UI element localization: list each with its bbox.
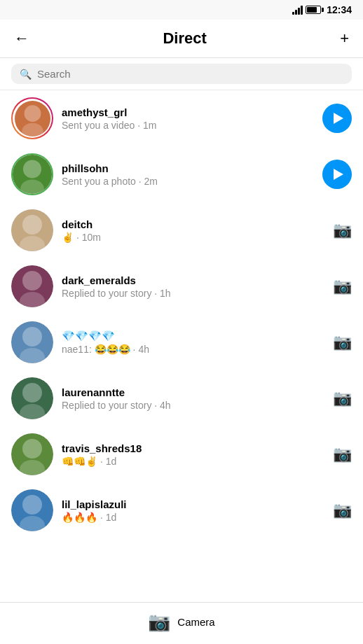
list-item[interactable]: amethyst_grlSent you a video · 1m bbox=[0, 90, 363, 146]
svg-point-2 bbox=[23, 160, 41, 178]
avatar bbox=[11, 153, 53, 195]
svg-point-0 bbox=[24, 105, 41, 122]
camera-button[interactable]: 📷 bbox=[333, 333, 352, 351]
camera-icon: 📷 bbox=[333, 333, 352, 351]
camera-button[interactable]: 📷 bbox=[333, 277, 352, 295]
avatar bbox=[11, 97, 53, 139]
play-button[interactable] bbox=[322, 104, 352, 133]
search-input[interactable] bbox=[37, 68, 343, 80]
message-content: laurenanntteReplied to your story · 4h bbox=[62, 386, 324, 411]
list-item[interactable]: 💎💎💎💎nae11: 😂😂😂 · 4h📷 bbox=[0, 314, 363, 370]
message-username: amethyst_grl bbox=[62, 106, 314, 118]
svg-point-1 bbox=[22, 123, 43, 136]
svg-point-3 bbox=[20, 179, 44, 194]
avatar bbox=[11, 489, 53, 531]
search-input-wrap: 🔍 bbox=[11, 64, 352, 84]
search-icon: 🔍 bbox=[20, 69, 32, 80]
svg-point-14 bbox=[22, 495, 42, 514]
play-icon bbox=[334, 113, 343, 124]
svg-point-6 bbox=[22, 271, 42, 290]
message-content: amethyst_grlSent you a video · 1m bbox=[62, 106, 314, 131]
svg-point-8 bbox=[22, 327, 42, 346]
status-bar: 12:34 bbox=[0, 0, 363, 20]
message-preview: ✌️ · 10m bbox=[62, 232, 324, 243]
camera-button[interactable]: 📷 bbox=[333, 221, 352, 239]
status-time: 12:34 bbox=[327, 4, 352, 15]
page-title: Direct bbox=[163, 29, 206, 48]
list-item[interactable]: lil_lapislazuli🔥🔥🔥 · 1d📷 bbox=[0, 482, 363, 538]
message-content: deitch✌️ · 10m bbox=[62, 218, 324, 243]
camera-icon: 📷 bbox=[333, 501, 352, 519]
camera-label: Camera bbox=[177, 616, 214, 628]
message-list: amethyst_grlSent you a video · 1mphillso… bbox=[0, 90, 363, 538]
message-content: lil_lapislazuli🔥🔥🔥 · 1d bbox=[62, 498, 324, 523]
message-content: dark_emeraldsReplied to your story · 1h bbox=[62, 274, 324, 299]
message-content: travis_shreds18👊👊✌️ · 1d bbox=[62, 442, 324, 467]
status-icons: 12:34 bbox=[292, 4, 352, 15]
battery-icon bbox=[306, 6, 324, 14]
svg-point-13 bbox=[20, 460, 45, 475]
camera-icon: 📷 bbox=[333, 277, 352, 295]
search-bar: 🔍 bbox=[0, 58, 363, 90]
camera-button[interactable]: 📷 bbox=[333, 445, 352, 463]
avatar bbox=[11, 265, 53, 307]
message-username: laurenanntte bbox=[62, 386, 324, 398]
message-preview: Sent you a photo · 2m bbox=[62, 176, 314, 187]
message-username: dark_emeralds bbox=[62, 274, 324, 286]
message-preview: 🔥🔥🔥 · 1d bbox=[62, 512, 324, 523]
camera-button[interactable]: 📷 bbox=[333, 389, 352, 407]
list-item[interactable]: laurenanntteReplied to your story · 4h📷 bbox=[0, 370, 363, 426]
svg-point-5 bbox=[20, 236, 45, 251]
message-content: phillsohnSent you a photo · 2m bbox=[62, 162, 314, 187]
message-content: 💎💎💎💎nae11: 😂😂😂 · 4h bbox=[62, 330, 324, 355]
camera-button[interactable]: 📷 bbox=[333, 501, 352, 519]
camera-icon: 📷 bbox=[333, 389, 352, 407]
avatar bbox=[11, 321, 53, 363]
svg-point-9 bbox=[20, 348, 45, 363]
camera-icon: 📷 bbox=[148, 611, 170, 633]
list-item[interactable]: deitch✌️ · 10m📷 bbox=[0, 202, 363, 258]
message-preview: 👊👊✌️ · 1d bbox=[62, 456, 324, 467]
avatar bbox=[11, 377, 53, 419]
list-item[interactable]: travis_shreds18👊👊✌️ · 1d📷 bbox=[0, 426, 363, 482]
svg-point-4 bbox=[22, 215, 42, 234]
message-username: deitch bbox=[62, 218, 324, 230]
bottom-bar: 📷 Camera bbox=[0, 602, 363, 644]
message-preview: Replied to your story · 4h bbox=[62, 400, 324, 411]
message-username: phillsohn bbox=[62, 162, 314, 174]
message-preview: nae11: 😂😂😂 · 4h bbox=[62, 344, 324, 355]
play-button[interactable] bbox=[322, 160, 352, 189]
back-button[interactable]: ← bbox=[11, 27, 32, 50]
camera-icon: 📷 bbox=[333, 221, 352, 239]
list-item[interactable]: dark_emeraldsReplied to your story · 1h📷 bbox=[0, 258, 363, 314]
avatar bbox=[11, 433, 53, 475]
camera-icon: 📷 bbox=[333, 445, 352, 463]
message-username: travis_shreds18 bbox=[62, 442, 324, 454]
svg-point-15 bbox=[20, 516, 45, 531]
svg-point-7 bbox=[20, 292, 45, 307]
new-message-button[interactable]: + bbox=[337, 27, 352, 50]
message-preview: Replied to your story · 1h bbox=[62, 288, 324, 299]
svg-point-11 bbox=[20, 404, 45, 419]
header: ← Direct + bbox=[0, 20, 363, 58]
play-icon bbox=[334, 169, 343, 180]
message-preview: Sent you a video · 1m bbox=[62, 120, 314, 131]
message-username: 💎💎💎💎 bbox=[62, 330, 324, 342]
message-username: lil_lapislazuli bbox=[62, 498, 324, 510]
svg-point-12 bbox=[22, 439, 42, 458]
list-item[interactable]: phillsohnSent you a photo · 2m bbox=[0, 146, 363, 202]
avatar bbox=[11, 209, 53, 251]
svg-point-10 bbox=[22, 383, 42, 402]
signal-icon bbox=[292, 5, 303, 15]
